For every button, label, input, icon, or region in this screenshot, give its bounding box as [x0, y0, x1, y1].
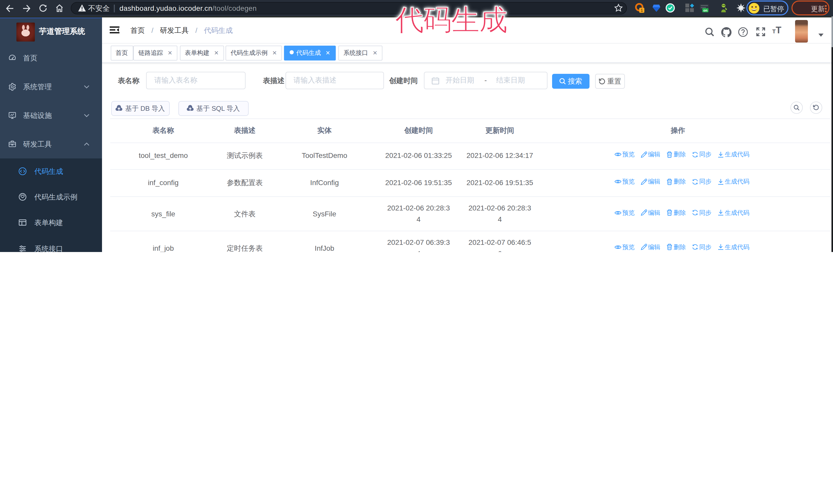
svg-text:on: on [703, 8, 708, 12]
svg-text:1: 1 [641, 8, 643, 13]
